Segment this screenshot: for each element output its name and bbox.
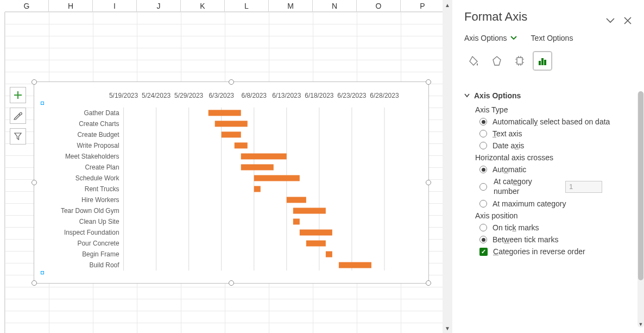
- scrollbar-thumb[interactable]: [638, 91, 643, 280]
- chart-elements-button[interactable]: [10, 87, 26, 103]
- format-axis-pane: Format Axis Axis Options Text Options Ax…: [452, 0, 644, 333]
- svg-rect-44: [293, 208, 326, 213]
- svg-text:Pour Concrete: Pour Concrete: [77, 240, 119, 247]
- column-header[interactable]: K: [181, 0, 225, 12]
- radio-axis-type-auto[interactable]: Automatically select based on data: [479, 117, 634, 126]
- radio-label: Date axis: [493, 141, 524, 150]
- svg-rect-51: [517, 58, 522, 64]
- radio-label: Between tick marks: [493, 235, 558, 244]
- column-header[interactable]: N: [313, 0, 357, 12]
- worksheet-vertical-scrollbar[interactable]: ▲ ▼: [443, 0, 452, 333]
- tab-label: Axis Options: [464, 34, 507, 42]
- radio-pos-between-tick[interactable]: Between tick marks: [479, 235, 634, 244]
- column-headers: GHIJKLMNOP: [5, 0, 443, 12]
- radio-icon: [479, 200, 487, 208]
- radio-axis-type-date[interactable]: Date axis: [479, 141, 634, 150]
- chart-plot-area[interactable]: 5/19/20235/24/20235/29/20236/3/20236/8/2…: [42, 90, 420, 275]
- checkbox-categories-reverse[interactable]: ✓ Categories in reverse order: [479, 247, 634, 256]
- radio-icon: [479, 130, 487, 137]
- radio-label: At category number: [494, 177, 559, 196]
- scroll-down-icon[interactable]: ▼: [637, 321, 644, 328]
- svg-rect-52: [539, 61, 541, 65]
- svg-rect-39: [241, 153, 287, 159]
- svg-rect-47: [306, 241, 326, 247]
- resize-handle-n[interactable]: [229, 79, 234, 85]
- column-header[interactable]: J: [137, 0, 181, 12]
- svg-text:Meet Stakeholders: Meet Stakeholders: [65, 153, 119, 160]
- row-header-stub: [0, 12, 5, 333]
- resize-handle-s[interactable]: [229, 280, 234, 286]
- tab-axis-options[interactable]: Axis Options: [464, 34, 517, 42]
- column-header[interactable]: O: [357, 0, 401, 12]
- radio-label: On tick marks: [493, 223, 539, 232]
- svg-marker-50: [493, 56, 501, 65]
- svg-rect-43: [287, 197, 306, 203]
- svg-text:Gather Data: Gather Data: [84, 109, 119, 117]
- svg-rect-49: [339, 262, 371, 268]
- svg-rect-46: [300, 229, 332, 235]
- pane-close-button[interactable]: [622, 15, 633, 26]
- scroll-down-button[interactable]: ▼: [443, 323, 452, 333]
- chart-filters-button[interactable]: [10, 128, 26, 144]
- radio-icon: [479, 142, 487, 149]
- svg-text:Create Plan: Create Plan: [85, 164, 119, 171]
- radio-icon: [479, 236, 487, 243]
- svg-rect-54: [544, 60, 546, 65]
- column-header[interactable]: G: [5, 0, 49, 12]
- pane-title: Format Axis: [464, 10, 644, 24]
- section-title: Axis Options: [474, 91, 521, 100]
- radio-icon: [479, 166, 487, 173]
- checkbox-icon: ✓: [479, 248, 488, 256]
- section-header-axis-options[interactable]: Axis Options: [464, 91, 634, 100]
- column-header[interactable]: P: [401, 0, 445, 12]
- svg-text:6/28/2023: 6/28/2023: [370, 92, 399, 99]
- fill-line-icon-button[interactable]: [464, 51, 484, 71]
- radio-crosses-at-category[interactable]: At category number: [479, 177, 634, 196]
- axis-selection-marker: [41, 271, 44, 274]
- resize-handle-sw[interactable]: [31, 280, 37, 286]
- svg-text:6/3/2023: 6/3/2023: [209, 92, 234, 99]
- svg-text:5/19/2023: 5/19/2023: [109, 92, 138, 99]
- column-header[interactable]: M: [269, 0, 313, 12]
- svg-rect-35: [209, 110, 241, 116]
- column-header[interactable]: H: [49, 0, 93, 12]
- tab-text-options[interactable]: Text Options: [531, 34, 573, 42]
- at-category-input[interactable]: [565, 181, 602, 193]
- radio-crosses-at-max[interactable]: At maximum category: [479, 199, 634, 208]
- svg-text:Tear Down Old Gym: Tear Down Old Gym: [61, 207, 119, 215]
- label-h-axis-crosses: Horizontal axis crosses: [475, 153, 634, 162]
- scroll-up-button[interactable]: ▲: [443, 0, 452, 10]
- svg-rect-40: [241, 164, 274, 170]
- size-properties-icon-button[interactable]: [510, 51, 529, 71]
- resize-handle-se[interactable]: [426, 280, 431, 286]
- chart-styles-button[interactable]: [10, 108, 26, 124]
- svg-text:Clean Up Site: Clean Up Site: [79, 218, 119, 225]
- svg-text:Create Budget: Create Budget: [77, 131, 119, 139]
- worksheet-area[interactable]: GHIJKLMNOP 5/19/20235/24/20235/29/20236/…: [0, 0, 443, 333]
- svg-text:6/23/2023: 6/23/2023: [337, 92, 367, 99]
- chart-object[interactable]: 5/19/20235/24/20235/29/20236/3/20236/8/2…: [34, 81, 429, 284]
- axis-selection-marker: [41, 102, 44, 105]
- resize-handle-ne[interactable]: [426, 79, 431, 85]
- pane-scrollbar[interactable]: ▲ ▼: [637, 91, 644, 328]
- svg-rect-48: [326, 252, 332, 257]
- resize-handle-w[interactable]: [31, 180, 37, 185]
- tab-label: Text Options: [531, 34, 573, 42]
- resize-handle-nw[interactable]: [31, 79, 37, 85]
- radio-pos-on-tick[interactable]: On tick marks: [479, 223, 634, 232]
- radio-crosses-auto[interactable]: Automatic: [479, 165, 634, 174]
- label-axis-position: Axis position: [475, 211, 634, 220]
- column-header[interactable]: I: [93, 0, 137, 12]
- radio-axis-type-text[interactable]: Text axis: [479, 129, 634, 138]
- svg-rect-36: [215, 121, 248, 127]
- axis-options-icon-button[interactable]: [533, 51, 552, 71]
- resize-handle-e[interactable]: [426, 180, 431, 185]
- column-header[interactable]: L: [225, 0, 269, 12]
- radio-icon: [479, 183, 487, 191]
- pane-collapse-button[interactable]: [605, 15, 616, 26]
- svg-text:5/29/2023: 5/29/2023: [174, 92, 204, 99]
- pane-content: Axis Options Axis Type Automatically sel…: [464, 91, 634, 328]
- effects-icon-button[interactable]: [487, 51, 507, 71]
- svg-text:Rent Trucks: Rent Trucks: [85, 185, 119, 193]
- svg-rect-42: [254, 186, 261, 192]
